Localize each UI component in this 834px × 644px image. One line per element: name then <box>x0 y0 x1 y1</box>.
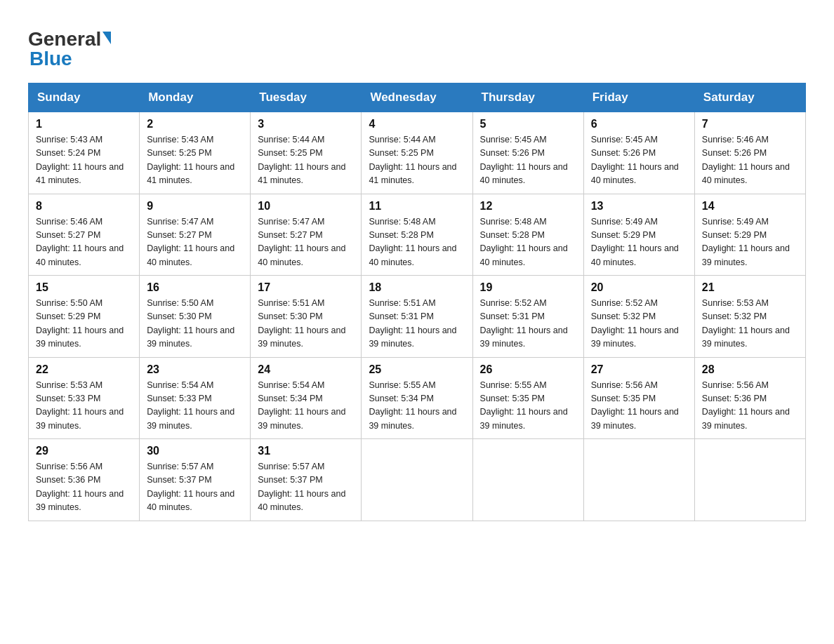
calendar-cell: 23 Sunrise: 5:54 AM Sunset: 5:33 PM Dayl… <box>140 357 251 439</box>
calendar-cell: 28 Sunrise: 5:56 AM Sunset: 5:36 PM Dayl… <box>694 357 805 439</box>
day-info: Sunrise: 5:50 AM Sunset: 5:29 PM Dayligh… <box>36 297 132 351</box>
day-info: Sunrise: 5:54 AM Sunset: 5:33 PM Dayligh… <box>147 379 243 434</box>
day-number: 7 <box>702 118 798 130</box>
calendar-cell: 24 Sunrise: 5:54 AM Sunset: 5:34 PM Dayl… <box>251 357 362 439</box>
logo-blue-text: Blue <box>29 48 72 70</box>
calendar-cell: 2 Sunrise: 5:43 AM Sunset: 5:25 PM Dayli… <box>140 112 251 194</box>
day-number: 8 <box>36 200 132 213</box>
sunrise-label: Sunrise: 5:52 AM <box>480 298 547 308</box>
sunset-label: Sunset: 5:29 PM <box>591 230 656 240</box>
day-number: 13 <box>591 200 687 213</box>
sunrise-label: Sunrise: 5:46 AM <box>36 217 102 227</box>
calendar-cell: 7 Sunrise: 5:46 AM Sunset: 5:26 PM Dayli… <box>694 112 805 194</box>
daylight-label: Daylight: 11 hours and 40 minutes. <box>147 489 234 512</box>
sunset-label: Sunset: 5:28 PM <box>480 230 545 240</box>
daylight-label: Daylight: 11 hours and 39 minutes. <box>702 243 790 267</box>
daylight-label: Daylight: 11 hours and 41 minutes. <box>258 162 345 185</box>
calendar-week-row: 1 Sunrise: 5:43 AM Sunset: 5:24 PM Dayli… <box>29 112 806 194</box>
weekday-header-sunday: Sunday <box>29 83 140 112</box>
calendar-cell: 26 Sunrise: 5:55 AM Sunset: 5:35 PM Dayl… <box>472 357 583 439</box>
calendar-cell: 11 Sunrise: 5:48 AM Sunset: 5:28 PM Dayl… <box>362 194 472 276</box>
sunrise-label: Sunrise: 5:57 AM <box>147 462 213 471</box>
day-number: 6 <box>591 118 687 130</box>
sunset-label: Sunset: 5:29 PM <box>36 311 100 321</box>
daylight-label: Daylight: 11 hours and 40 minutes. <box>591 243 679 267</box>
day-info: Sunrise: 5:48 AM Sunset: 5:28 PM Dayligh… <box>369 215 465 270</box>
day-number: 1 <box>36 118 132 130</box>
daylight-label: Daylight: 11 hours and 40 minutes. <box>258 489 345 512</box>
day-info: Sunrise: 5:55 AM Sunset: 5:34 PM Dayligh… <box>369 379 465 434</box>
calendar-cell: 25 Sunrise: 5:55 AM Sunset: 5:34 PM Dayl… <box>362 357 472 439</box>
sunset-label: Sunset: 5:25 PM <box>369 148 433 158</box>
daylight-label: Daylight: 11 hours and 41 minutes. <box>36 162 124 185</box>
logo: General Blue <box>28 28 111 70</box>
sunrise-label: Sunrise: 5:56 AM <box>591 380 658 390</box>
sunrise-label: Sunrise: 5:53 AM <box>36 380 102 390</box>
sunrise-label: Sunrise: 5:43 AM <box>36 135 102 145</box>
daylight-label: Daylight: 11 hours and 39 minutes. <box>258 326 345 349</box>
day-number: 9 <box>147 200 243 213</box>
day-info: Sunrise: 5:47 AM Sunset: 5:27 PM Dayligh… <box>147 215 243 270</box>
day-number: 23 <box>147 363 243 376</box>
calendar-cell: 9 Sunrise: 5:47 AM Sunset: 5:27 PM Dayli… <box>140 194 251 276</box>
calendar-cell: 21 Sunrise: 5:53 AM Sunset: 5:32 PM Dayl… <box>694 276 805 358</box>
day-info: Sunrise: 5:53 AM Sunset: 5:33 PM Dayligh… <box>36 379 132 434</box>
sunrise-label: Sunrise: 5:50 AM <box>36 298 102 308</box>
day-number: 20 <box>591 281 687 294</box>
page-header: General Blue <box>28 21 806 70</box>
sunrise-label: Sunrise: 5:53 AM <box>702 298 769 308</box>
day-info: Sunrise: 5:54 AM Sunset: 5:34 PM Dayligh… <box>258 379 354 434</box>
day-number: 2 <box>147 118 243 130</box>
sunrise-label: Sunrise: 5:56 AM <box>702 380 769 390</box>
calendar-cell <box>362 439 472 521</box>
sunrise-label: Sunrise: 5:56 AM <box>36 462 102 471</box>
sunset-label: Sunset: 5:34 PM <box>258 394 322 403</box>
daylight-label: Daylight: 11 hours and 40 minutes. <box>147 243 234 267</box>
daylight-label: Daylight: 11 hours and 40 minutes. <box>258 243 345 267</box>
day-info: Sunrise: 5:56 AM Sunset: 5:35 PM Dayligh… <box>591 379 687 434</box>
day-number: 17 <box>258 281 354 294</box>
daylight-label: Daylight: 11 hours and 39 minutes. <box>480 407 568 430</box>
day-info: Sunrise: 5:49 AM Sunset: 5:29 PM Dayligh… <box>702 215 798 270</box>
day-number: 26 <box>480 363 576 376</box>
day-info: Sunrise: 5:56 AM Sunset: 5:36 PM Dayligh… <box>702 379 798 434</box>
calendar-cell: 30 Sunrise: 5:57 AM Sunset: 5:37 PM Dayl… <box>140 439 251 521</box>
sunrise-label: Sunrise: 5:48 AM <box>369 217 435 227</box>
day-info: Sunrise: 5:45 AM Sunset: 5:26 PM Dayligh… <box>591 133 687 188</box>
daylight-label: Daylight: 11 hours and 40 minutes. <box>36 243 124 267</box>
calendar-week-row: 29 Sunrise: 5:56 AM Sunset: 5:36 PM Dayl… <box>29 439 806 521</box>
sunrise-label: Sunrise: 5:55 AM <box>369 380 435 390</box>
day-number: 22 <box>36 363 132 376</box>
sunrise-label: Sunrise: 5:47 AM <box>258 217 324 227</box>
daylight-label: Daylight: 11 hours and 39 minutes. <box>36 407 124 430</box>
daylight-label: Daylight: 11 hours and 39 minutes. <box>591 407 679 430</box>
calendar-week-row: 15 Sunrise: 5:50 AM Sunset: 5:29 PM Dayl… <box>29 276 806 358</box>
sunrise-label: Sunrise: 5:54 AM <box>258 380 324 390</box>
sunrise-label: Sunrise: 5:44 AM <box>258 135 324 145</box>
sunrise-label: Sunrise: 5:51 AM <box>258 298 324 308</box>
sunset-label: Sunset: 5:30 PM <box>147 311 211 321</box>
calendar-cell: 16 Sunrise: 5:50 AM Sunset: 5:30 PM Dayl… <box>140 276 251 358</box>
sunset-label: Sunset: 5:37 PM <box>147 475 211 485</box>
sunset-label: Sunset: 5:36 PM <box>702 394 767 403</box>
calendar-cell: 18 Sunrise: 5:51 AM Sunset: 5:31 PM Dayl… <box>362 276 472 358</box>
day-number: 21 <box>702 281 798 294</box>
calendar-cell <box>694 439 805 521</box>
day-number: 4 <box>369 118 465 130</box>
daylight-label: Daylight: 11 hours and 39 minutes. <box>147 407 234 430</box>
day-number: 19 <box>480 281 576 294</box>
sunrise-label: Sunrise: 5:47 AM <box>147 217 213 227</box>
sunrise-label: Sunrise: 5:50 AM <box>147 298 213 308</box>
weekday-header-friday: Friday <box>583 83 694 112</box>
day-info: Sunrise: 5:50 AM Sunset: 5:30 PM Dayligh… <box>147 297 243 351</box>
day-number: 30 <box>147 445 243 457</box>
day-info: Sunrise: 5:46 AM Sunset: 5:26 PM Dayligh… <box>702 133 798 188</box>
sunset-label: Sunset: 5:29 PM <box>702 230 767 240</box>
calendar-cell: 6 Sunrise: 5:45 AM Sunset: 5:26 PM Dayli… <box>583 112 694 194</box>
sunrise-label: Sunrise: 5:52 AM <box>591 298 658 308</box>
daylight-label: Daylight: 11 hours and 40 minutes. <box>369 243 456 267</box>
sunrise-label: Sunrise: 5:44 AM <box>369 135 435 145</box>
daylight-label: Daylight: 11 hours and 41 minutes. <box>369 162 456 185</box>
logo-arrow-icon <box>102 32 111 44</box>
daylight-label: Daylight: 11 hours and 39 minutes. <box>702 326 790 349</box>
